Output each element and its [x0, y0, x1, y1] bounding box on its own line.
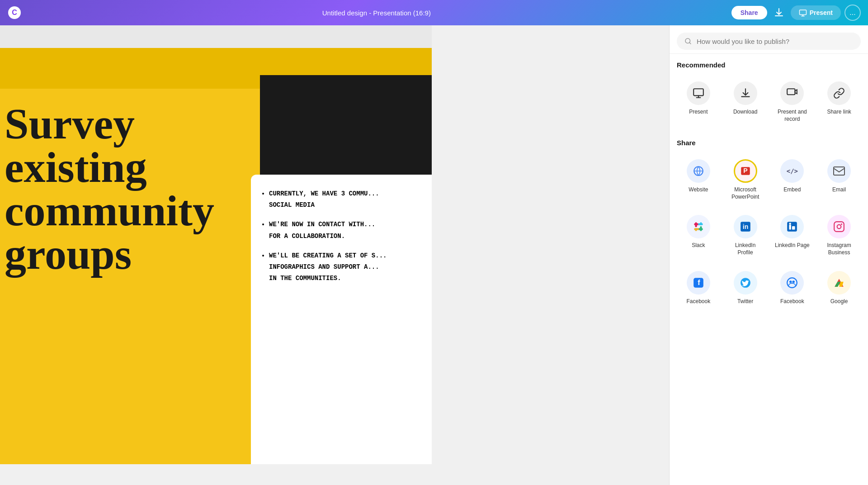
canvas-area: Surveyexistingcommunitygroups CURRENTLY,… — [0, 25, 432, 485]
email-icon — [833, 166, 845, 176]
search-box — [670, 25, 868, 54]
svg-rect-9 — [834, 167, 844, 175]
share-item-linkedin-profile[interactable]: in LinkedIn Profile — [724, 209, 767, 262]
bullet-3: WE'LL BE CREATING A SET OF S...INFOGRAPH… — [269, 250, 423, 285]
slide-black-rect — [260, 75, 432, 179]
present-record-icon-circle — [780, 81, 804, 105]
svg-rect-4 — [693, 89, 703, 95]
embed-label: Embed — [783, 186, 801, 194]
svg-point-32 — [793, 281, 795, 283]
bullet-2: WE'RE NOW IN CONTACT WITH...FOR A COLLAB… — [269, 219, 423, 242]
recommended-section-title: Recommended — [677, 61, 861, 69]
share-item-powerpoint[interactable]: P Microsoft PowerPoint — [724, 154, 767, 206]
share-item-facebook[interactable]: f Facebook — [677, 266, 720, 311]
share-item-twitter[interactable]: Twitter — [724, 266, 767, 311]
powerpoint-icon-circle: P — [734, 159, 757, 183]
slide-title: Surveyexistingcommunitygroups — [0, 102, 214, 276]
google-label: Google — [830, 298, 848, 305]
recommended-item-download[interactable]: Download — [724, 76, 767, 128]
powerpoint-icon: P — [740, 165, 751, 177]
present-button[interactable]: Present — [791, 5, 841, 20]
recommended-item-present-record[interactable]: Present and record — [771, 76, 814, 128]
facebook-icon-circle: f — [687, 271, 710, 295]
document-title: Untitled design - Presentation (16:9) — [322, 9, 431, 17]
share-button[interactable]: Share — [731, 6, 767, 19]
share-item-embed[interactable]: </> Embed — [771, 154, 814, 206]
share-link-icon — [833, 87, 845, 99]
share-item-linkedin-page[interactable]: LinkedIn Page — [771, 209, 814, 262]
download-button[interactable] — [771, 5, 787, 21]
download-icon — [740, 87, 751, 99]
share-item-facebook2[interactable]: Facebook — [771, 266, 814, 311]
website-label: Website — [689, 186, 708, 194]
email-label: Email — [832, 186, 846, 194]
linkedin-page-label: LinkedIn Page — [775, 242, 810, 249]
present-icon — [693, 87, 704, 99]
share-item-email[interactable]: Email — [817, 154, 861, 206]
more-button[interactable]: ... — [844, 5, 861, 21]
facebook2-icon — [786, 277, 798, 289]
panel-scroll[interactable]: Recommended Present Download — [670, 54, 868, 485]
svg-point-30 — [788, 278, 797, 288]
recommended-grid: Present Download Present and record — [677, 76, 861, 128]
linkedin-page-icon-circle — [780, 215, 804, 238]
download-icon — [774, 7, 784, 18]
svg-rect-17 — [698, 223, 703, 225]
share-grid: Website P Microsoft PowerPoint </> Embed — [677, 154, 861, 310]
embed-icon-text: </> — [787, 167, 798, 175]
svg-rect-22 — [792, 226, 795, 230]
share-item-slack[interactable]: Slack — [677, 209, 720, 262]
share-item-instagram[interactable]: Instagram Business — [817, 209, 861, 262]
twitter-icon — [740, 277, 751, 289]
slack-icon-circle — [687, 215, 710, 238]
svg-text:in: in — [742, 223, 748, 231]
canva-logo-icon: C — [7, 5, 22, 20]
share-link-icon-circle — [827, 81, 851, 105]
linkedin-profile-icon-circle: in — [734, 215, 757, 238]
slide-white-card: CURRENTLY, WE HAVE 3 COMMU...SOCIAL MEDI… — [251, 175, 432, 464]
linkedin-profile-icon: in — [740, 221, 751, 233]
linkedin-page-icon — [786, 221, 798, 233]
facebook-label: Facebook — [687, 298, 711, 305]
svg-text:C: C — [12, 9, 17, 16]
present-record-label: Present and record — [774, 109, 811, 123]
instagram-icon-circle — [827, 215, 851, 238]
present-label: Present — [689, 109, 708, 116]
share-item-website[interactable]: Website — [677, 154, 720, 206]
google-icon-circle — [827, 271, 851, 295]
share-link-label: Share link — [827, 109, 851, 116]
svg-point-31 — [789, 281, 792, 283]
search-icon — [684, 37, 692, 45]
bullet-1: CURRENTLY, WE HAVE 3 COMMU...SOCIAL MEDI… — [269, 188, 423, 211]
svg-rect-2 — [799, 10, 806, 15]
share-section-title: Share — [677, 139, 861, 147]
powerpoint-label: Microsoft PowerPoint — [727, 186, 764, 200]
search-input[interactable] — [697, 38, 854, 45]
linkedin-profile-label: LinkedIn Profile — [727, 242, 764, 256]
twitter-label: Twitter — [737, 298, 753, 305]
email-icon-circle — [827, 159, 851, 183]
share-item-google[interactable]: Google — [817, 266, 861, 311]
present-record-icon — [786, 87, 798, 99]
slide-top-bar — [0, 25, 432, 48]
embed-icon-circle: </> — [780, 159, 804, 183]
download-icon-circle — [734, 81, 757, 105]
svg-text:P: P — [743, 167, 747, 175]
recommended-item-present[interactable]: Present — [677, 76, 720, 128]
slide-bullets: CURRENTLY, WE HAVE 3 COMMU...SOCIAL MEDI… — [260, 188, 423, 284]
facebook-icon: f — [693, 277, 704, 289]
svg-rect-5 — [788, 89, 795, 95]
present-icon-circle — [687, 81, 710, 105]
search-inner — [677, 33, 861, 50]
svg-rect-24 — [834, 222, 844, 232]
svg-point-25 — [837, 225, 841, 229]
slack-label: Slack — [692, 242, 705, 249]
instagram-icon — [833, 221, 845, 233]
google-icon — [833, 277, 845, 289]
svg-rect-21 — [789, 225, 791, 230]
recommended-item-share-link[interactable]: Share link — [817, 76, 861, 128]
svg-text:f: f — [698, 278, 700, 286]
facebook2-icon-circle — [780, 271, 804, 295]
download-label: Download — [733, 109, 757, 116]
present-icon — [799, 9, 807, 17]
